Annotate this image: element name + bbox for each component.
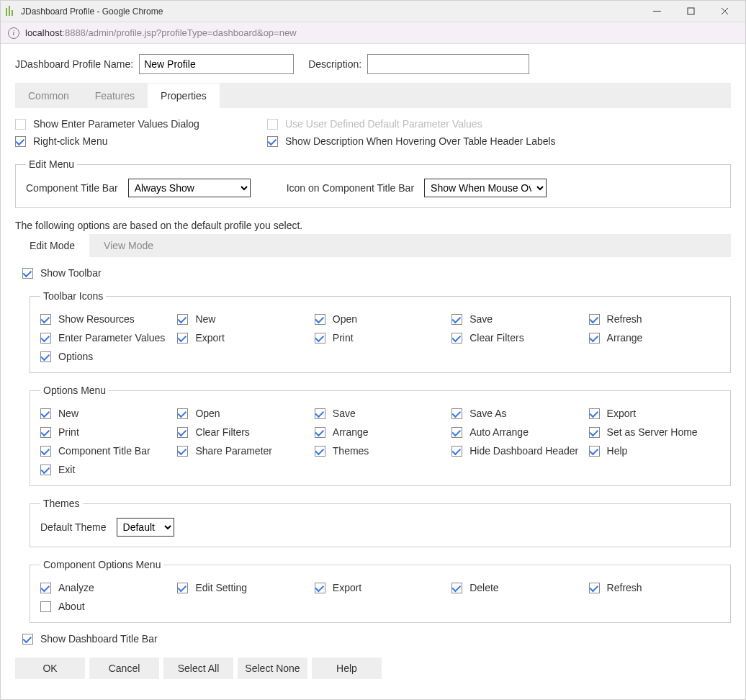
label-right-click: Right-click Menu [33, 135, 107, 147]
label-delete: Delete [469, 582, 498, 593]
checkbox-set-as-server-home[interactable] [589, 427, 600, 438]
select-none-button[interactable]: Select None [238, 658, 307, 679]
select-all-button[interactable]: Select All [163, 658, 233, 679]
address-bar[interactable]: i localhost:8888/admin/profile.jsp?profi… [1, 22, 745, 44]
description-input[interactable] [367, 54, 529, 74]
option-item-arrange: Arrange [589, 332, 720, 344]
svg-rect-2 [12, 10, 13, 16]
label-new: New [195, 313, 215, 325]
option-item-enter-parameter-values: Enter Parameter Values [40, 332, 171, 344]
label-show-desc-hover: Show Description When Hovering Over Tabl… [285, 135, 556, 147]
fieldset-toolbar-icons: Toolbar Icons Show ResourcesNewOpenSaveR… [30, 290, 731, 373]
info-icon[interactable]: i [8, 27, 19, 39]
checkbox-right-click[interactable] [15, 136, 26, 147]
checkbox-options[interactable] [40, 351, 51, 362]
option-item-themes: Themes [315, 445, 446, 457]
tab-common[interactable]: Common [15, 84, 82, 108]
checkbox-save[interactable] [315, 408, 325, 419]
label-help: Help [607, 445, 628, 457]
ok-button[interactable]: OK [15, 658, 85, 679]
label-edit-setting: Edit Setting [195, 582, 247, 593]
checkbox-component-title-bar[interactable] [40, 446, 51, 457]
select-comp-title-bar[interactable]: Always Show [128, 179, 251, 197]
select-icon-comp-title[interactable]: Show When Mouse Over [424, 179, 547, 197]
checkbox-open[interactable] [315, 314, 325, 325]
main-tabs: Common Features Properties [15, 83, 731, 108]
label-show-resources: Show Resources [58, 313, 135, 325]
help-button[interactable]: Help [312, 658, 382, 679]
label-component-title-bar: Component Title Bar [58, 445, 150, 457]
checkbox-export[interactable] [315, 583, 325, 593]
label-export: Export [333, 582, 361, 593]
label-clear-filters: Clear Filters [195, 426, 249, 438]
checkbox-clear-filters[interactable] [177, 427, 188, 438]
checkbox-exit[interactable] [40, 465, 51, 475]
checkbox-print[interactable] [315, 333, 325, 344]
url-path: :8888/admin/profile.jsp?profileType=dash… [62, 27, 296, 38]
url-host: localhost [25, 27, 62, 38]
cancel-button[interactable]: Cancel [89, 658, 159, 679]
label-save-as: Save As [469, 408, 506, 419]
window-titlebar: JDashboard Profile - Google Chrome [1, 1, 745, 22]
label-open: Open [195, 408, 220, 419]
fieldset-comp-options: Component Options Menu AnalyzeEdit Setti… [30, 559, 731, 623]
option-item-delete: Delete [451, 582, 583, 593]
select-default-theme[interactable]: Default [117, 518, 174, 537]
tab-edit-mode[interactable]: Edit Mode [15, 234, 89, 257]
checkbox-analyze[interactable] [40, 583, 51, 593]
checkbox-share-parameter[interactable] [177, 446, 188, 457]
checkbox-clear-filters[interactable] [451, 333, 462, 344]
checkbox-delete[interactable] [451, 583, 462, 593]
checkbox-arrange[interactable] [589, 333, 600, 344]
checkbox-show-toolbar[interactable] [22, 268, 33, 279]
checkbox-show-title-bar[interactable] [22, 634, 33, 645]
option-item-exit: Exit [40, 464, 171, 475]
label-hide-dashboard-header: Hide Dashboard Header [469, 445, 578, 457]
legend-options-menu: Options Menu [40, 385, 109, 396]
checkbox-show-params[interactable] [15, 119, 26, 130]
checkbox-hide-dashboard-header[interactable] [451, 446, 462, 457]
checkbox-enter-parameter-values[interactable] [40, 333, 51, 344]
option-item-component-title-bar: Component Title Bar [40, 445, 171, 457]
label-save: Save [469, 313, 493, 325]
checkbox-about[interactable] [40, 601, 51, 612]
checkbox-arrange[interactable] [315, 427, 325, 438]
svg-rect-0 [6, 8, 7, 16]
option-item-options: Options [40, 351, 171, 362]
checkbox-edit-setting[interactable] [177, 583, 188, 593]
option-item-arrange: Arrange [315, 426, 446, 438]
minimize-button[interactable] [641, 1, 673, 22]
fieldset-options-menu: Options Menu NewOpenSaveSave AsExportPri… [30, 385, 731, 486]
option-item-set-as-server-home: Set as Server Home [589, 426, 720, 438]
checkbox-print[interactable] [40, 427, 51, 438]
tab-view-mode[interactable]: View Mode [89, 234, 168, 257]
legend-themes: Themes [40, 498, 83, 509]
checkbox-save-as[interactable] [451, 408, 462, 419]
close-button[interactable] [709, 1, 741, 22]
checkbox-open[interactable] [177, 408, 188, 419]
label-show-toolbar: Show Toolbar [40, 267, 102, 279]
tab-properties[interactable]: Properties [148, 84, 220, 108]
checkbox-save[interactable] [451, 314, 462, 325]
label-refresh: Refresh [607, 313, 642, 325]
label-arrange: Arrange [333, 426, 369, 438]
tab-features[interactable]: Features [82, 84, 148, 108]
checkbox-export[interactable] [589, 408, 600, 419]
checkbox-refresh[interactable] [589, 583, 600, 593]
label-enter-parameter-values: Enter Parameter Values [58, 332, 165, 344]
checkbox-new[interactable] [40, 408, 51, 419]
label-print: Print [58, 426, 79, 438]
label-new: New [58, 408, 78, 419]
checkbox-show-resources[interactable] [40, 314, 51, 325]
maximize-button[interactable] [675, 1, 707, 22]
checkbox-export[interactable] [177, 333, 188, 344]
checkbox-auto-arrange[interactable] [451, 427, 462, 438]
checkbox-themes[interactable] [315, 446, 325, 457]
option-item-clear-filters: Clear Filters [177, 426, 308, 438]
profile-name-input[interactable] [139, 54, 294, 74]
checkbox-show-desc-hover[interactable] [267, 136, 278, 147]
checkbox-help[interactable] [589, 446, 600, 457]
checkbox-refresh[interactable] [589, 314, 600, 325]
checkbox-new[interactable] [177, 314, 188, 325]
label-save: Save [333, 408, 356, 419]
